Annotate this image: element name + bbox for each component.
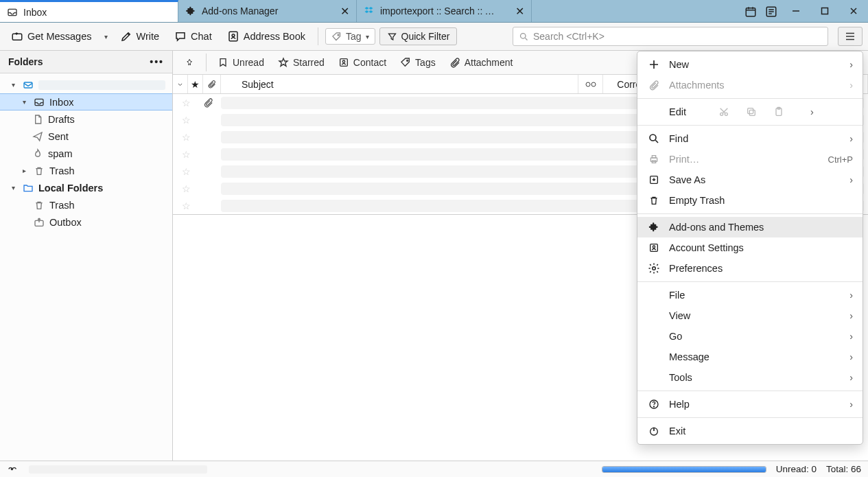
- star-icon[interactable]: ☆: [173, 166, 199, 177]
- star-icon[interactable]: ☆: [173, 115, 199, 126]
- tasks-icon[interactable]: [761, 0, 782, 23]
- chat-button[interactable]: Chat: [169, 27, 218, 45]
- attachment-icon: [647, 80, 661, 91]
- maximize-button[interactable]: [810, 0, 839, 23]
- menu-save-as[interactable]: Save As ›: [637, 170, 863, 190]
- folder-drafts[interactable]: Drafts: [0, 110, 172, 128]
- menu-separator: [637, 213, 863, 214]
- twisty-icon[interactable]: ▾: [8, 81, 18, 89]
- menu-tools[interactable]: Tools›: [637, 367, 863, 388]
- chevron-right-icon: ›: [849, 310, 853, 321]
- menu-account-settings[interactable]: Account Settings: [637, 237, 863, 258]
- get-messages-button[interactable]: Get Messages: [5, 27, 97, 45]
- close-button[interactable]: [839, 0, 868, 23]
- folder-local-trash[interactable]: Trash: [0, 196, 172, 213]
- star-icon[interactable]: ☆: [173, 200, 199, 211]
- chevron-right-icon: ›: [849, 372, 853, 383]
- menu-edit[interactable]: Edit ›: [637, 102, 863, 122]
- tab-addons[interactable]: Add-ons Manager ✕: [178, 0, 357, 22]
- folder-sent[interactable]: Sent: [0, 128, 172, 145]
- star-icon[interactable]: ☆: [173, 149, 199, 160]
- twisty-icon[interactable]: ▾: [19, 98, 29, 106]
- star-icon[interactable]: ☆: [173, 97, 199, 108]
- account-icon: [647, 242, 661, 253]
- read-column[interactable]: [578, 75, 603, 93]
- copy-icon[interactable]: [746, 106, 757, 117]
- chevron-right-icon: ›: [849, 351, 853, 362]
- twisty-icon[interactable]: ▾: [8, 184, 18, 191]
- get-messages-dropdown[interactable]: ▾: [102, 30, 110, 43]
- tags-filter[interactable]: Tags: [395, 54, 441, 71]
- app-menu-button[interactable]: [838, 27, 863, 46]
- toolbar-label: Tag: [346, 31, 362, 42]
- twisty-icon[interactable]: ▸: [19, 167, 29, 174]
- local-folders-node[interactable]: ▾ Local Folders: [0, 179, 172, 196]
- puzzle-icon: [647, 221, 661, 233]
- svg-point-33: [653, 267, 656, 270]
- write-button[interactable]: Write: [115, 27, 165, 45]
- chevron-right-icon: ›: [849, 399, 853, 410]
- toolbar-divider: [318, 27, 318, 45]
- quick-filter-button[interactable]: Quick Filter: [379, 27, 458, 45]
- menu-go[interactable]: Go›: [637, 326, 863, 347]
- folders-options-icon[interactable]: •••: [150, 56, 164, 67]
- global-search-input[interactable]: Search <Ctrl+K>: [513, 27, 828, 46]
- contact-filter[interactable]: Contact: [333, 54, 392, 71]
- menu-view[interactable]: View›: [637, 305, 863, 326]
- inbox-icon: [7, 7, 18, 18]
- cut-icon[interactable]: [718, 106, 729, 117]
- tab-close-icon[interactable]: ✕: [340, 5, 349, 18]
- address-book-button[interactable]: Address Book: [222, 27, 311, 45]
- folder-label: Drafts: [48, 114, 75, 125]
- star-column[interactable]: ★: [188, 75, 203, 93]
- minimize-button[interactable]: [782, 0, 810, 23]
- thread-column[interactable]: [173, 75, 188, 93]
- menu-preferences[interactable]: Preferences: [637, 258, 863, 279]
- svg-point-35: [653, 406, 654, 407]
- menu-exit[interactable]: Exit: [637, 421, 863, 441]
- folder-inbox[interactable]: ▾ Inbox: [0, 93, 172, 110]
- attachment-filter[interactable]: Attachment: [444, 54, 519, 71]
- menu-empty-trash[interactable]: Empty Trash: [637, 190, 863, 211]
- folder-label: Trash: [49, 165, 75, 176]
- menu-separator: [637, 281, 863, 282]
- menu-file[interactable]: File›: [637, 285, 863, 305]
- window-controls: [782, 0, 868, 22]
- menu-new[interactable]: New ›: [637, 54, 863, 75]
- subject-column[interactable]: Subject: [221, 75, 578, 93]
- svg-rect-1: [746, 8, 755, 16]
- svg-rect-22: [749, 110, 755, 115]
- status-bar: Unread: 0 Total: 66: [0, 461, 868, 477]
- unread-filter[interactable]: Unread: [212, 54, 270, 71]
- sent-icon: [32, 131, 44, 142]
- tab-close-icon[interactable]: ✕: [515, 5, 524, 18]
- folder-spam[interactable]: spam: [0, 145, 172, 162]
- pin-filter[interactable]: [178, 54, 200, 71]
- folder-outbox[interactable]: Outbox: [0, 213, 172, 231]
- svg-rect-28: [652, 156, 655, 158]
- calendar-icon[interactable]: [740, 0, 761, 23]
- starred-filter[interactable]: Starred: [272, 54, 330, 71]
- star-icon[interactable]: ☆: [173, 183, 199, 194]
- menu-help[interactable]: Help ›: [637, 394, 863, 415]
- svg-point-8: [338, 34, 339, 36]
- chevron-right-icon: ›: [810, 106, 814, 117]
- folder-label: Trash: [49, 200, 75, 211]
- online-icon[interactable]: [7, 465, 19, 474]
- svg-point-14: [342, 60, 344, 62]
- unread-count: Unread: 0: [776, 464, 817, 474]
- folder-trash[interactable]: ▸ Trash: [0, 162, 172, 179]
- menu-find[interactable]: Find ›: [637, 128, 863, 149]
- attachment-column[interactable]: [203, 75, 221, 93]
- tab-inbox[interactable]: Inbox: [0, 0, 178, 22]
- menu-message[interactable]: Message›: [637, 347, 863, 367]
- svg-point-9: [521, 33, 526, 38]
- tab-importexport[interactable]: importexport :: Search :: Add ✕: [357, 0, 532, 22]
- star-icon[interactable]: ☆: [173, 132, 199, 143]
- chevron-right-icon: ›: [849, 133, 853, 144]
- paste-icon[interactable]: [773, 106, 784, 117]
- menu-addons[interactable]: Add-ons and Themes: [637, 217, 863, 237]
- document-icon: [32, 114, 44, 125]
- tag-button[interactable]: Tag ▾: [325, 28, 375, 45]
- account-node[interactable]: ▾: [0, 76, 172, 93]
